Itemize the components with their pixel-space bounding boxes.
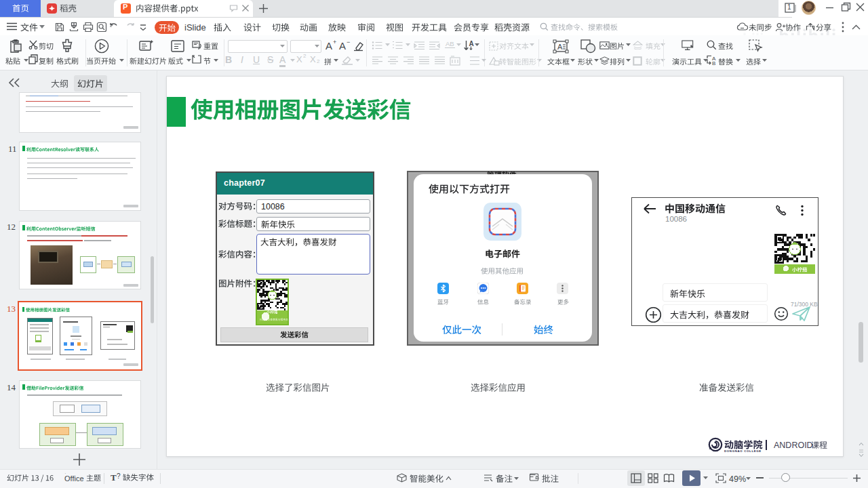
svg-text:A: A: [469, 40, 474, 47]
svg-text:A: A: [557, 43, 563, 51]
svg-text:B: B: [712, 60, 715, 66]
